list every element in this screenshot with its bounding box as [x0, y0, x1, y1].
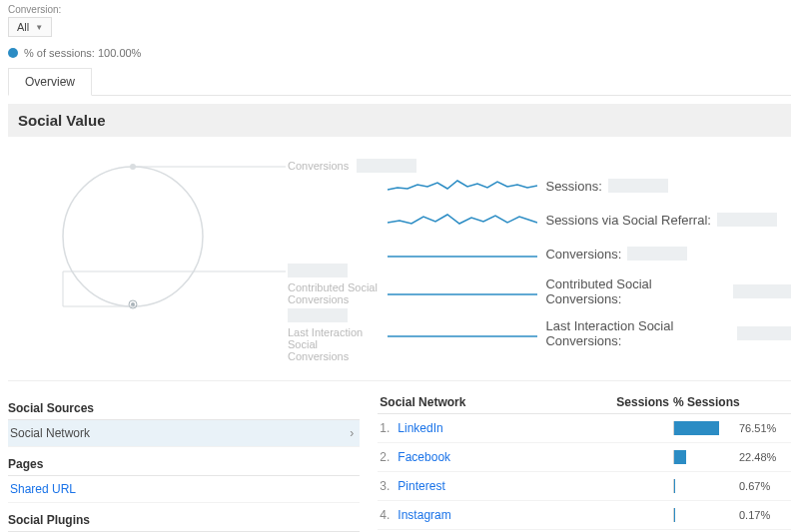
left-nav-panel: Social SourcesSocial NetworkPagesShared … — [8, 391, 360, 532]
nav-item[interactable]: Shared URL — [8, 476, 360, 503]
pct-sessions-cell: 22.48% — [671, 443, 791, 472]
table-row: 4.Instagram0.17% — [378, 501, 791, 530]
pct-sessions-cell: 0.17% — [671, 501, 791, 530]
conversion-dropdown[interactable]: All ▼ — [8, 17, 52, 37]
chevron-down-icon: ▼ — [35, 23, 43, 32]
diagram-value-placeholder — [357, 159, 416, 173]
row-index: 2. — [378, 443, 396, 472]
legend-text: % of sessions: 100.00% — [24, 47, 141, 59]
section-title: Social Value — [8, 104, 791, 137]
col-network[interactable]: Social Network — [378, 391, 581, 414]
tab-bar: Overview — [8, 67, 791, 96]
metric-label: Sessions via Social Referral: — [545, 213, 710, 228]
network-link[interactable]: Instagram — [396, 501, 581, 530]
table-row: 2.Facebook22.48% — [378, 443, 791, 472]
metric-label: Last Interaction Social Conversions: — [545, 318, 731, 348]
metric-contributed: Contributed Social Conversions: — [388, 276, 791, 306]
network-link[interactable]: Pinterest — [396, 472, 581, 501]
tab-overview[interactable]: Overview — [8, 68, 92, 96]
col-pct-sessions[interactable]: % Sessions — [671, 391, 791, 414]
sparkline-icon — [388, 209, 537, 231]
legend-dot-icon — [8, 48, 18, 58]
metric-value-placeholder — [737, 326, 791, 340]
network-link[interactable]: Facebook — [396, 443, 581, 472]
nav-group-heading: Pages — [8, 453, 360, 476]
svg-point-4 — [131, 302, 135, 306]
sessions-cell — [581, 443, 671, 472]
row-index: 3. — [378, 472, 396, 501]
table-row: 1.LinkedIn76.51% — [378, 414, 791, 443]
sessions-legend: % of sessions: 100.00% — [8, 47, 791, 59]
sparkline-icon — [388, 175, 537, 197]
sparkline-icon — [388, 322, 537, 344]
metric-value-placeholder — [733, 284, 791, 298]
nav-group-heading: Social Plugins — [8, 509, 360, 532]
sparkline-icon — [388, 280, 537, 302]
row-index: 4. — [378, 501, 396, 530]
social-network-table: Social Network Sessions % Sessions 1.Lin… — [378, 391, 791, 532]
metric-label: Conversions: — [545, 247, 621, 262]
diagram-label-last-interaction: Last Interaction Social Conversions — [288, 326, 380, 362]
sessions-cell — [581, 414, 671, 443]
diagram-label-conversions: Conversions — [288, 160, 349, 172]
conversion-label: Conversion: — [8, 4, 791, 15]
conversion-selected: All — [17, 21, 29, 33]
metric-label: Contributed Social Conversions: — [545, 276, 726, 306]
sessions-cell — [581, 472, 671, 501]
metric-label: Sessions: — [545, 179, 601, 194]
pct-sessions-cell: 0.67% — [671, 472, 791, 501]
table-row: 3.Pinterest0.67% — [378, 472, 791, 501]
diagram-value-placeholder — [288, 308, 348, 322]
sessions-cell — [581, 501, 671, 530]
metric-conversions: Conversions: — [388, 243, 791, 265]
nav-item[interactable]: Social Network — [8, 420, 360, 447]
pct-sessions-cell: 76.51% — [671, 414, 791, 443]
social-value-diagram: Conversions Contributed Social Conversio… — [8, 147, 376, 360]
sparkline-icon — [388, 243, 537, 265]
metrics-panel: Sessions: Sessions via Social Referral: … — [376, 147, 791, 360]
divider — [8, 380, 791, 381]
metric-value-placeholder — [608, 179, 668, 193]
nav-group-heading: Social Sources — [8, 397, 360, 420]
metric-last-interaction: Last Interaction Social Conversions: — [388, 318, 791, 348]
svg-point-0 — [63, 167, 203, 306]
diagram-label-contributed: Contributed Social Conversions — [288, 281, 380, 305]
diagram-value-placeholder — [288, 264, 348, 277]
col-sessions[interactable]: Sessions — [581, 391, 671, 414]
metric-sessions: Sessions: — [388, 175, 791, 197]
network-link[interactable]: LinkedIn — [396, 414, 581, 443]
metric-sessions-social: Sessions via Social Referral: — [388, 209, 791, 231]
row-index: 1. — [378, 414, 396, 443]
metric-value-placeholder — [627, 247, 687, 261]
metric-value-placeholder — [717, 213, 777, 227]
